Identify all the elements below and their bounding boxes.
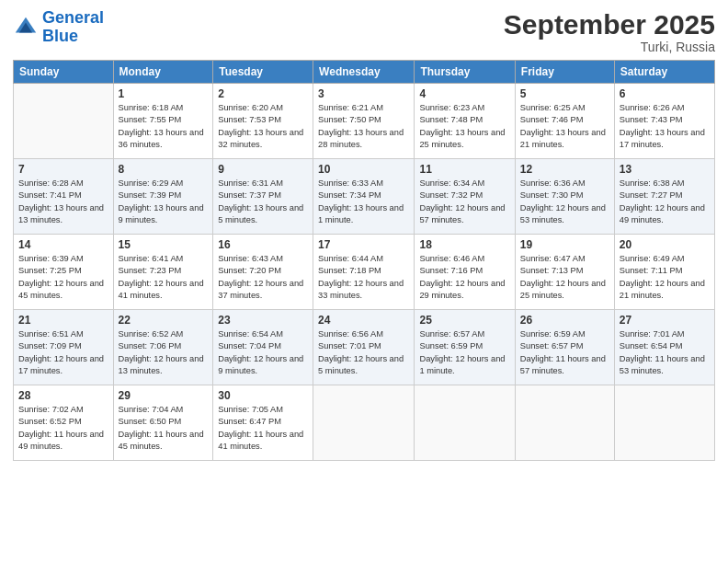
day-number: 28 bbox=[18, 389, 108, 402]
day-info: Sunrise: 7:05 AMSunset: 6:47 PMDaylight:… bbox=[218, 404, 308, 454]
calendar-cell: 23 Sunrise: 6:54 AMSunset: 7:04 PMDaylig… bbox=[213, 310, 313, 385]
day-info: Sunrise: 6:41 AMSunset: 7:23 PMDaylight:… bbox=[119, 253, 209, 303]
calendar-cell: 2 Sunrise: 6:20 AMSunset: 7:53 PMDayligh… bbox=[213, 84, 313, 159]
logo: General Blue bbox=[13, 9, 104, 46]
day-info: Sunrise: 6:57 AMSunset: 6:59 PMDaylight:… bbox=[419, 328, 509, 378]
day-info: Sunrise: 6:52 AMSunset: 7:06 PMDaylight:… bbox=[119, 328, 209, 378]
day-info: Sunrise: 6:36 AMSunset: 7:30 PMDaylight:… bbox=[520, 178, 609, 227]
calendar-cell: 20 Sunrise: 6:49 AMSunset: 7:11 PMDaylig… bbox=[614, 235, 714, 310]
day-number: 30 bbox=[218, 389, 308, 402]
calendar-cell: 30 Sunrise: 7:05 AMSunset: 6:47 PMDaylig… bbox=[213, 385, 313, 461]
calendar-cell: 9 Sunrise: 6:31 AMSunset: 7:37 PMDayligh… bbox=[213, 159, 313, 235]
calendar-cell bbox=[415, 385, 515, 461]
calendar-cell: 7 Sunrise: 6:28 AMSunset: 7:41 PMDayligh… bbox=[14, 159, 114, 235]
day-number: 23 bbox=[218, 314, 308, 327]
day-info: Sunrise: 6:31 AMSunset: 7:37 PMDaylight:… bbox=[218, 178, 308, 227]
calendar-week-row: 1 Sunrise: 6:18 AMSunset: 7:55 PMDayligh… bbox=[14, 84, 715, 159]
day-info: Sunrise: 6:56 AMSunset: 7:01 PMDaylight:… bbox=[318, 328, 409, 378]
calendar-week-row: 7 Sunrise: 6:28 AMSunset: 7:41 PMDayligh… bbox=[14, 159, 715, 235]
day-number: 3 bbox=[318, 87, 409, 100]
day-number: 29 bbox=[119, 389, 209, 402]
day-info: Sunrise: 6:28 AMSunset: 7:41 PMDaylight:… bbox=[18, 178, 108, 227]
day-number: 1 bbox=[119, 87, 209, 100]
day-info: Sunrise: 6:29 AMSunset: 7:39 PMDaylight:… bbox=[119, 178, 209, 227]
page-container: General Blue September 2025 Turki, Russi… bbox=[0, 0, 728, 470]
day-info: Sunrise: 7:01 AMSunset: 6:54 PMDaylight:… bbox=[620, 328, 710, 378]
day-info: Sunrise: 6:38 AMSunset: 7:27 PMDaylight:… bbox=[620, 178, 710, 227]
day-number: 7 bbox=[18, 163, 108, 176]
day-number: 26 bbox=[520, 314, 609, 327]
calendar-cell: 4 Sunrise: 6:23 AMSunset: 7:48 PMDayligh… bbox=[415, 84, 515, 159]
calendar-cell: 8 Sunrise: 6:29 AMSunset: 7:39 PMDayligh… bbox=[113, 159, 213, 235]
logo-line1: General bbox=[42, 8, 104, 27]
title-area: September 2025 Turki, Russia bbox=[504, 9, 715, 54]
day-number: 8 bbox=[119, 163, 209, 176]
calendar-cell: 15 Sunrise: 6:41 AMSunset: 7:23 PMDaylig… bbox=[113, 235, 213, 310]
day-info: Sunrise: 6:25 AMSunset: 7:46 PMDaylight:… bbox=[520, 102, 609, 152]
calendar-cell: 14 Sunrise: 6:39 AMSunset: 7:25 PMDaylig… bbox=[14, 235, 114, 310]
calendar-table: Sunday Monday Tuesday Wednesday Thursday… bbox=[13, 60, 715, 461]
calendar-cell: 19 Sunrise: 6:47 AMSunset: 7:13 PMDaylig… bbox=[515, 235, 614, 310]
header-area: General Blue September 2025 Turki, Russi… bbox=[13, 9, 715, 54]
calendar-cell bbox=[14, 84, 114, 159]
calendar-week-row: 28 Sunrise: 7:02 AMSunset: 6:52 PMDaylig… bbox=[14, 385, 715, 461]
day-number: 6 bbox=[620, 87, 710, 100]
calendar-cell: 13 Sunrise: 6:38 AMSunset: 7:27 PMDaylig… bbox=[614, 159, 714, 235]
day-number: 16 bbox=[218, 238, 308, 251]
day-number: 11 bbox=[419, 163, 509, 176]
day-info: Sunrise: 6:21 AMSunset: 7:50 PMDaylight:… bbox=[318, 102, 409, 152]
day-number: 14 bbox=[18, 238, 108, 251]
calendar-cell: 22 Sunrise: 6:52 AMSunset: 7:06 PMDaylig… bbox=[113, 310, 213, 385]
logo-text: General Blue bbox=[42, 9, 104, 46]
calendar-week-row: 14 Sunrise: 6:39 AMSunset: 7:25 PMDaylig… bbox=[14, 235, 715, 310]
day-info: Sunrise: 6:44 AMSunset: 7:18 PMDaylight:… bbox=[318, 253, 409, 303]
calendar-cell: 24 Sunrise: 6:56 AMSunset: 7:01 PMDaylig… bbox=[313, 310, 415, 385]
header-saturday: Saturday bbox=[614, 61, 714, 84]
day-number: 24 bbox=[318, 314, 409, 327]
calendar-cell: 12 Sunrise: 6:36 AMSunset: 7:30 PMDaylig… bbox=[515, 159, 614, 235]
calendar-cell: 16 Sunrise: 6:43 AMSunset: 7:20 PMDaylig… bbox=[213, 235, 313, 310]
header-monday: Monday bbox=[113, 61, 213, 84]
day-info: Sunrise: 6:34 AMSunset: 7:32 PMDaylight:… bbox=[419, 178, 509, 227]
day-info: Sunrise: 6:59 AMSunset: 6:57 PMDaylight:… bbox=[520, 328, 609, 378]
day-number: 22 bbox=[119, 314, 209, 327]
day-number: 21 bbox=[18, 314, 108, 327]
day-info: Sunrise: 6:18 AMSunset: 7:55 PMDaylight:… bbox=[119, 102, 209, 152]
day-number: 2 bbox=[218, 87, 308, 100]
logo-line2: Blue bbox=[42, 27, 78, 45]
calendar-cell bbox=[515, 385, 614, 461]
day-number: 5 bbox=[520, 87, 609, 100]
calendar-cell: 21 Sunrise: 6:51 AMSunset: 7:09 PMDaylig… bbox=[14, 310, 114, 385]
calendar-cell bbox=[614, 385, 714, 461]
month-title: September 2025 bbox=[504, 9, 715, 40]
calendar-cell: 1 Sunrise: 6:18 AMSunset: 7:55 PMDayligh… bbox=[113, 84, 213, 159]
day-number: 17 bbox=[318, 238, 409, 251]
weekday-header-row: Sunday Monday Tuesday Wednesday Thursday… bbox=[14, 61, 715, 84]
calendar-cell: 25 Sunrise: 6:57 AMSunset: 6:59 PMDaylig… bbox=[415, 310, 515, 385]
day-number: 27 bbox=[620, 314, 710, 327]
day-info: Sunrise: 6:23 AMSunset: 7:48 PMDaylight:… bbox=[419, 102, 509, 152]
day-info: Sunrise: 6:49 AMSunset: 7:11 PMDaylight:… bbox=[620, 253, 710, 303]
day-info: Sunrise: 6:33 AMSunset: 7:34 PMDaylight:… bbox=[318, 178, 409, 227]
calendar-cell: 11 Sunrise: 6:34 AMSunset: 7:32 PMDaylig… bbox=[415, 159, 515, 235]
calendar-cell: 28 Sunrise: 7:02 AMSunset: 6:52 PMDaylig… bbox=[14, 385, 114, 461]
day-number: 18 bbox=[419, 238, 509, 251]
calendar-cell: 10 Sunrise: 6:33 AMSunset: 7:34 PMDaylig… bbox=[313, 159, 415, 235]
day-info: Sunrise: 7:02 AMSunset: 6:52 PMDaylight:… bbox=[18, 404, 108, 454]
day-info: Sunrise: 7:04 AMSunset: 6:50 PMDaylight:… bbox=[119, 404, 209, 454]
day-info: Sunrise: 6:54 AMSunset: 7:04 PMDaylight:… bbox=[218, 328, 308, 378]
calendar-cell: 27 Sunrise: 7:01 AMSunset: 6:54 PMDaylig… bbox=[614, 310, 714, 385]
calendar-cell: 17 Sunrise: 6:44 AMSunset: 7:18 PMDaylig… bbox=[313, 235, 415, 310]
day-info: Sunrise: 6:51 AMSunset: 7:09 PMDaylight:… bbox=[18, 328, 108, 378]
header-thursday: Thursday bbox=[415, 61, 515, 84]
calendar-cell: 29 Sunrise: 7:04 AMSunset: 6:50 PMDaylig… bbox=[113, 385, 213, 461]
location-subtitle: Turki, Russia bbox=[504, 40, 715, 54]
day-number: 19 bbox=[520, 238, 609, 251]
day-info: Sunrise: 6:47 AMSunset: 7:13 PMDaylight:… bbox=[520, 253, 609, 303]
calendar-cell: 18 Sunrise: 6:46 AMSunset: 7:16 PMDaylig… bbox=[415, 235, 515, 310]
day-number: 12 bbox=[520, 163, 609, 176]
header-tuesday: Tuesday bbox=[213, 61, 313, 84]
day-info: Sunrise: 6:20 AMSunset: 7:53 PMDaylight:… bbox=[218, 102, 308, 152]
day-number: 10 bbox=[318, 163, 409, 176]
day-number: 20 bbox=[620, 238, 710, 251]
